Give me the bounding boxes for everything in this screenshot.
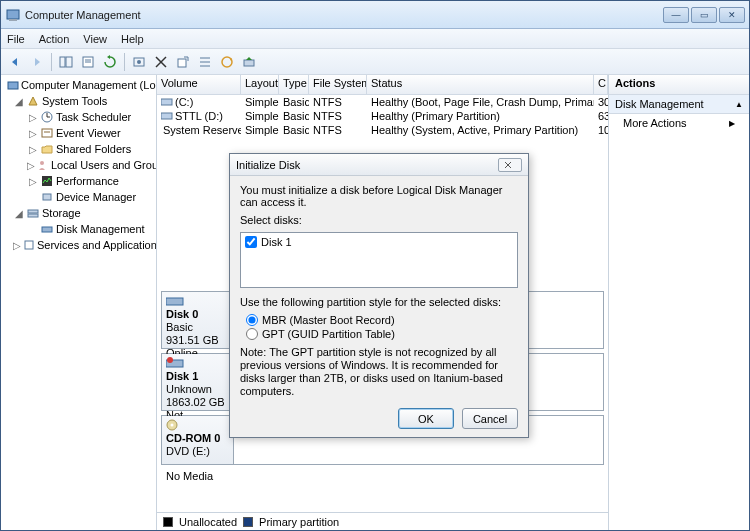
svg-rect-33 [166, 298, 183, 305]
svg-point-23 [40, 161, 44, 165]
menu-view[interactable]: View [83, 33, 107, 45]
tree-storage[interactable]: ◢Storage [1, 205, 156, 221]
actions-more-actions[interactable]: More Actions▶ [609, 114, 749, 132]
app-icon [5, 7, 21, 23]
export-icon[interactable] [173, 52, 193, 72]
svg-point-35 [167, 357, 173, 363]
properties-button[interactable] [78, 52, 98, 72]
svg-rect-31 [161, 113, 172, 119]
minimize-button[interactable]: — [663, 7, 689, 23]
titlebar: Computer Management — ▭ ✕ [1, 1, 749, 29]
menubar: File Action View Help [1, 29, 749, 49]
legend-unallocated-label: Unallocated [179, 516, 237, 528]
disk-1-info: Disk 1 Unknown 1863.02 GB Not Initialize… [162, 354, 234, 410]
radio-mbr[interactable]: MBR (Master Boot Record) [246, 314, 518, 326]
menu-action[interactable]: Action [39, 33, 70, 45]
legend-unallocated-swatch [163, 517, 173, 527]
actions-section-disk-management[interactable]: Disk Management▲ [609, 95, 749, 114]
initialize-disk-dialog: Initialize Disk You must initialize a di… [229, 153, 529, 438]
cdrom-info: CD-ROM 0 DVD (E:) No Media [162, 416, 234, 464]
tree-task-scheduler[interactable]: ▷Task Scheduler [1, 109, 156, 125]
tree-device-manager[interactable]: Device Manager [1, 189, 156, 205]
close-button[interactable]: ✕ [719, 7, 745, 23]
tree-performance[interactable]: ▷Performance [1, 173, 156, 189]
legend: Unallocated Primary partition [157, 512, 608, 530]
svg-rect-1 [9, 19, 17, 21]
svg-rect-29 [25, 241, 33, 249]
svg-point-15 [222, 57, 232, 67]
legend-primary-swatch [243, 517, 253, 527]
svg-rect-11 [178, 59, 186, 67]
svg-point-8 [137, 60, 141, 64]
dialog-title: Initialize Disk [236, 159, 498, 171]
tree-system-tools[interactable]: ◢System Tools [1, 93, 156, 109]
svg-rect-17 [8, 82, 18, 89]
svg-rect-3 [66, 57, 72, 67]
col-filesystem[interactable]: File System [309, 75, 367, 94]
actions-header: Actions [609, 75, 749, 95]
svg-rect-2 [60, 57, 65, 67]
refresh-icon[interactable] [100, 52, 120, 72]
list-icon[interactable] [195, 52, 215, 72]
delete-icon[interactable] [151, 52, 171, 72]
radio-gpt[interactable]: GPT (GUID Partition Table) [246, 328, 518, 340]
col-status[interactable]: Status [367, 75, 594, 94]
tree-shared-folders[interactable]: ▷Shared Folders [1, 141, 156, 157]
settings-button[interactable] [129, 52, 149, 72]
mbr-radio[interactable] [246, 314, 258, 326]
legend-primary-label: Primary partition [259, 516, 339, 528]
dialog-note: Note: The GPT partition style is not rec… [240, 346, 518, 398]
svg-rect-28 [42, 227, 52, 232]
show-hide-tree-button[interactable] [56, 52, 76, 72]
col-capacity[interactable]: C [594, 75, 608, 94]
col-type[interactable]: Type [279, 75, 309, 94]
disk-select-list[interactable]: Disk 1 [240, 232, 518, 288]
forward-button[interactable] [27, 52, 47, 72]
volume-list-header: Volume Layout Type File System Status C [157, 75, 608, 95]
volume-row[interactable]: System Reserved Simple Basic NTFS Health… [157, 123, 608, 137]
actions-pane: Actions Disk Management▲ More Actions▶ [609, 75, 749, 530]
col-layout[interactable]: Layout [241, 75, 279, 94]
tree-local-users[interactable]: ▷Local Users and Groups [1, 157, 156, 173]
svg-rect-16 [244, 60, 254, 66]
chevron-right-icon: ▶ [729, 119, 735, 128]
menu-help[interactable]: Help [121, 33, 144, 45]
back-button[interactable] [5, 52, 25, 72]
dialog-close-button[interactable] [498, 158, 522, 172]
ok-button[interactable]: OK [398, 408, 454, 429]
svg-rect-21 [42, 129, 52, 137]
disk1-checkbox[interactable] [245, 236, 257, 248]
svg-rect-26 [28, 210, 38, 213]
dialog-message: You must initialize a disk before Logica… [240, 184, 518, 208]
window-title: Computer Management [25, 9, 663, 21]
menu-file[interactable]: File [7, 33, 25, 45]
tree-root[interactable]: Computer Management (Local [1, 77, 156, 93]
disk-checkbox-disk1[interactable]: Disk 1 [245, 236, 513, 248]
svg-point-37 [171, 424, 174, 427]
tree-disk-management[interactable]: Disk Management [1, 221, 156, 237]
toolbar [1, 49, 749, 75]
svg-rect-0 [7, 10, 19, 19]
volume-row[interactable]: STTL (D:) Simple Basic NTFS Healthy (Pri… [157, 109, 608, 123]
maximize-button[interactable]: ▭ [691, 7, 717, 23]
tree-services-apps[interactable]: ▷Services and Applications [1, 237, 156, 253]
gpt-radio[interactable] [246, 328, 258, 340]
refresh-disk-icon[interactable] [217, 52, 237, 72]
partition-style-label: Use the following partition style for th… [240, 296, 518, 308]
navigation-tree[interactable]: Computer Management (Local ◢System Tools… [1, 75, 157, 530]
rescan-icon[interactable] [239, 52, 259, 72]
svg-rect-30 [161, 99, 172, 105]
col-volume[interactable]: Volume [157, 75, 241, 94]
tree-event-viewer[interactable]: ▷Event Viewer [1, 125, 156, 141]
disk-0-info: Disk 0 Basic 931.51 GB Online [162, 292, 234, 348]
svg-rect-25 [43, 194, 51, 200]
volume-row[interactable]: (C:) Simple Basic NTFS Healthy (Boot, Pa… [157, 95, 608, 109]
svg-rect-27 [28, 214, 38, 217]
volume-list[interactable]: (C:) Simple Basic NTFS Healthy (Boot, Pa… [157, 95, 608, 137]
dialog-select-label: Select disks: [240, 214, 518, 226]
collapse-icon: ▲ [735, 100, 743, 109]
cancel-button[interactable]: Cancel [462, 408, 518, 429]
